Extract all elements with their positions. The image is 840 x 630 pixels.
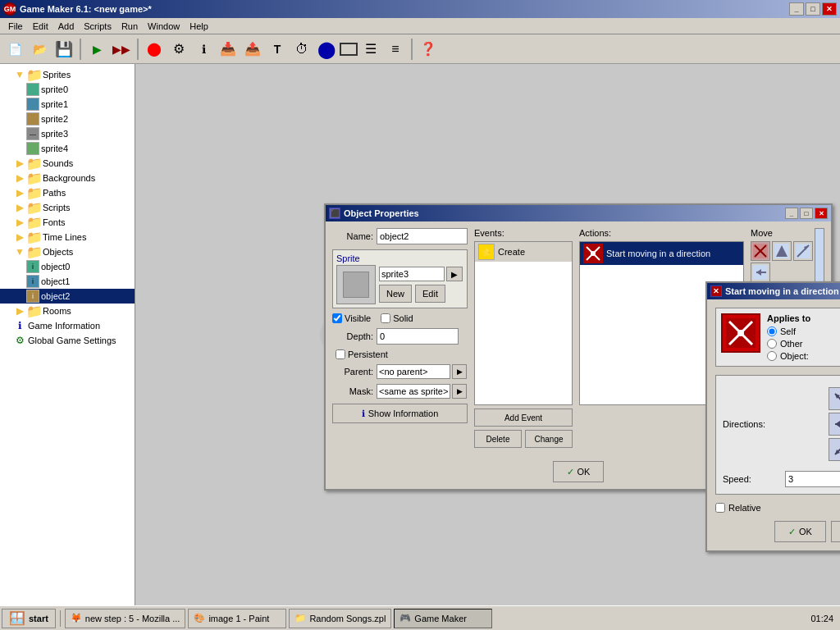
obj-props-maximize[interactable]: □	[800, 208, 813, 219]
run-icon[interactable]: ▶	[85, 38, 108, 61]
action-start-moving[interactable]: Start moving in a direction	[580, 242, 743, 265]
objects-expand-icon: ▼	[13, 245, 26, 258]
sidebar-item-sprite1[interactable]: sprite1	[0, 97, 135, 112]
object2-icon: i	[26, 290, 39, 303]
prefs-icon[interactable]: ☰	[359, 38, 382, 61]
sidebar-item-backgrounds[interactable]: ▶ 📁 Backgrounds	[0, 171, 135, 185]
other-radio[interactable]	[767, 339, 777, 349]
obj-props-close[interactable]: ✕	[815, 208, 828, 219]
export-icon[interactable]: 📤	[241, 38, 264, 61]
ball-icon[interactable]: ⬤	[315, 38, 338, 61]
close-button[interactable]: ✕	[822, 2, 837, 16]
menu-window[interactable]: Window	[143, 20, 185, 33]
smid-ok-btn[interactable]: ✓ OK	[774, 521, 826, 542]
sprite-new-btn[interactable]: New	[379, 285, 412, 303]
sidebar-item-sprite4[interactable]: sprite4	[0, 141, 135, 156]
change-event-btn[interactable]: Change	[525, 430, 573, 448]
run-debug-icon[interactable]: ▶▶	[110, 38, 133, 61]
sidebar-item-sprite3[interactable]: — sprite3	[0, 126, 135, 141]
sprite-edit-btn[interactable]: Edit	[415, 285, 445, 303]
menu-add[interactable]: Add	[53, 20, 80, 33]
mask-input[interactable]	[377, 384, 450, 399]
add-event-btn[interactable]: Add Event	[474, 409, 573, 427]
speed-input[interactable]	[785, 471, 840, 487]
minimize-button[interactable]: _	[789, 2, 804, 16]
relative-checkbox[interactable]	[715, 503, 725, 513]
name-input[interactable]	[377, 228, 468, 244]
ok-button[interactable]: ✓ OK	[553, 461, 605, 482]
other-radio-label[interactable]: Other	[767, 339, 810, 349]
solid-check-label[interactable]: Solid	[381, 313, 413, 323]
move-btn-3[interactable]	[793, 241, 813, 261]
sidebar-item-objects[interactable]: ▼ 📁 Objects	[0, 244, 135, 259]
object-radio-label[interactable]: Object:	[767, 351, 810, 361]
sidebar-item-scripts[interactable]: ▶ 📁 Scripts	[0, 200, 135, 215]
content-area: GAME MAKER ⬛ Object Properties _ □ ✕ Nam…	[135, 64, 840, 605]
persistent-checkbox[interactable]	[336, 349, 345, 359]
self-radio-label[interactable]: Self	[767, 326, 810, 336]
smid-cancel-btn[interactable]: ✕ Cancel	[831, 521, 840, 542]
sprite-name-input[interactable]	[379, 267, 445, 281]
menu-file[interactable]: File	[3, 20, 28, 33]
sidebar-item-timelines[interactable]: ▶ 📁 Time Lines	[0, 230, 135, 244]
dir-nw-btn[interactable]	[829, 387, 840, 410]
mozilla-label: new step : 5 - Mozilla ...	[85, 614, 180, 623]
dir-w-btn[interactable]	[829, 413, 840, 436]
text-icon[interactable]: T	[266, 38, 289, 61]
visible-checkbox[interactable]	[332, 313, 342, 323]
show-info-btn[interactable]: ℹ Show Information	[332, 404, 468, 423]
dir-sw-btn[interactable]	[829, 438, 840, 461]
rect-icon[interactable]	[340, 43, 358, 56]
app-title: Game Maker 6.1: <new game>*	[20, 4, 789, 14]
task-paint[interactable]: 🎨 image 1 - Paint	[188, 609, 286, 628]
maximize-button[interactable]: □	[806, 2, 820, 16]
obj-props-minimize[interactable]: _	[785, 208, 798, 219]
sidebar-item-fonts[interactable]: ▶ 📁 Fonts	[0, 215, 135, 230]
sidebar-item-sounds[interactable]: ▶ 📁 Sounds	[0, 156, 135, 171]
sidebar-item-game-info[interactable]: ℹ Game Information	[0, 318, 135, 333]
resource-icon[interactable]: ⚙	[167, 38, 190, 61]
menu-run[interactable]: Run	[116, 20, 143, 33]
start-button[interactable]: 🪟 start	[2, 609, 56, 628]
event-create[interactable]: ⭐ Create	[475, 242, 572, 262]
sidebar-item-sprite0[interactable]: sprite0	[0, 82, 135, 97]
solid-checkbox[interactable]	[381, 313, 390, 323]
move-btn-2[interactable]	[772, 241, 792, 261]
sprite-browse-btn[interactable]: ▶	[446, 267, 463, 281]
menu-edit[interactable]: Edit	[28, 20, 53, 33]
object-radio[interactable]	[767, 351, 777, 361]
sidebar-item-sprites[interactable]: ▼ 📁 Sprites	[0, 67, 135, 82]
delete-event-btn[interactable]: Delete	[474, 430, 522, 448]
mask-browse-btn[interactable]: ▶	[452, 384, 467, 399]
stop-icon[interactable]: ⬤	[143, 38, 166, 61]
sidebar-item-object2[interactable]: i object2	[0, 289, 135, 304]
move-btn-1[interactable]	[751, 241, 770, 261]
visible-check-label[interactable]: Visible	[332, 313, 371, 323]
new-game-icon[interactable]: 📄	[3, 38, 26, 61]
move-btn-4[interactable]	[751, 262, 770, 282]
sidebar-item-global-settings[interactable]: ⚙ Global Game Settings	[0, 333, 135, 348]
sidebar-item-sprite2[interactable]: sprite2	[0, 112, 135, 126]
open-icon[interactable]: 📂	[28, 38, 51, 61]
depth-input[interactable]	[377, 328, 459, 345]
game-info-icon[interactable]: ℹ	[192, 38, 215, 61]
save-icon[interactable]: 💾	[52, 38, 75, 61]
sidebar-item-object1[interactable]: i object1	[0, 274, 135, 289]
persistent-check-label[interactable]: Persistent	[336, 349, 388, 359]
help-icon[interactable]: ❓	[417, 38, 440, 61]
menu-help[interactable]: Help	[185, 20, 213, 33]
parent-browse-btn[interactable]: ▶	[452, 364, 467, 379]
self-label: Self	[780, 326, 796, 336]
import-icon[interactable]: 📥	[217, 38, 240, 61]
sidebar-item-rooms[interactable]: ▶ 📁 Rooms	[0, 304, 135, 318]
task-gamemaker[interactable]: 🎮 Game Maker	[394, 609, 492, 628]
sidebar-item-object0[interactable]: i object0	[0, 259, 135, 274]
list-icon[interactable]: ≡	[384, 38, 407, 61]
task-mozilla[interactable]: 🦊 new step : 5 - Mozilla ...	[65, 609, 186, 628]
parent-input[interactable]	[377, 364, 450, 379]
menu-scripts[interactable]: Scripts	[79, 20, 116, 33]
sidebar-item-paths[interactable]: ▶ 📁 Paths	[0, 185, 135, 200]
task-songs[interactable]: 📁 Random Songs.zpl	[289, 609, 391, 628]
self-radio[interactable]	[767, 326, 777, 336]
clock-icon[interactable]: ⏱	[290, 38, 313, 61]
